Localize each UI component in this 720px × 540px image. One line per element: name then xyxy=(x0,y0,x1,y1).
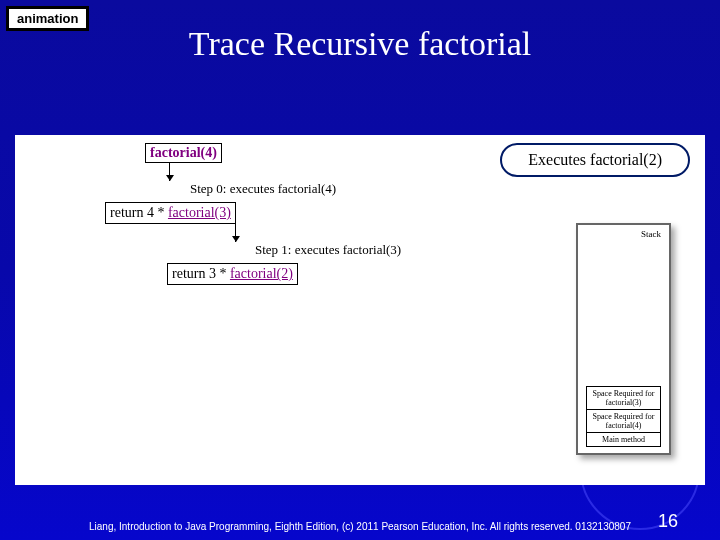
stack-label: Stack xyxy=(641,229,661,239)
arrow-down-icon xyxy=(169,163,170,181)
return-row-2: return 3 * factorial(2) xyxy=(167,263,298,285)
step-1-label: Step 1: executes factorial(3) xyxy=(255,242,401,259)
animation-badge: animation xyxy=(6,6,89,31)
slide-title: Trace Recursive factorial xyxy=(0,25,720,63)
factorial-2-link: factorial(2) xyxy=(230,266,293,281)
stack-frame: Main method xyxy=(586,433,661,447)
callout-bubble: Executes factorial(2) xyxy=(500,143,690,177)
factorial-3-link: factorial(3) xyxy=(168,205,231,220)
stack-frames: Space Required for factorial(3) Space Re… xyxy=(586,386,661,447)
footer-text: Liang, Introduction to Java Programming,… xyxy=(0,521,720,532)
stack-frame: Space Required for factorial(4) xyxy=(586,410,661,433)
arrow-down-icon xyxy=(235,224,236,242)
step-0-label: Step 0: executes factorial(4) xyxy=(190,181,401,198)
return-text: return 4 * xyxy=(110,205,168,220)
stack-panel: Stack Space Required for factorial(3) Sp… xyxy=(576,223,671,455)
return-text: return 3 * xyxy=(172,266,230,281)
root-call: factorial(4) xyxy=(145,143,222,163)
stack-frame: Space Required for factorial(3) xyxy=(586,386,661,410)
main-panel: Executes factorial(2) factorial(4) Step … xyxy=(15,135,705,485)
return-row-1: return 4 * factorial(3) xyxy=(105,202,236,224)
page-number: 16 xyxy=(658,511,678,532)
trace-diagram: factorial(4) Step 0: executes factorial(… xyxy=(145,143,401,285)
